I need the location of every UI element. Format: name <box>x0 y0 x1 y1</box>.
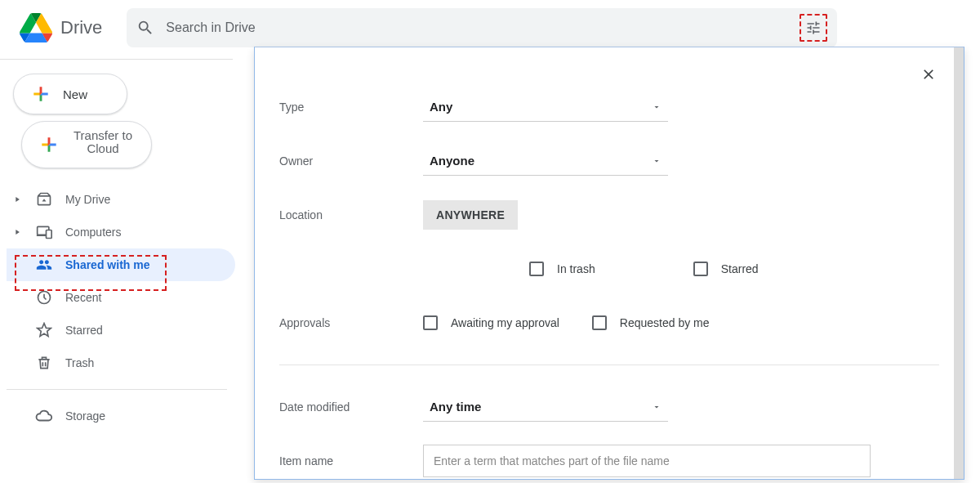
date-modified-select[interactable]: Any time <box>423 392 668 422</box>
drive-logo-icon <box>20 13 52 42</box>
checkbox-icon <box>592 315 607 330</box>
nav-starred[interactable]: Starred <box>7 314 235 347</box>
divider <box>279 364 939 365</box>
scrollbar[interactable] <box>954 47 964 479</box>
nav-label: Starred <box>65 324 103 337</box>
clock-icon <box>34 289 54 306</box>
computers-icon <box>34 224 54 240</box>
checkbox-requested-by-me[interactable]: Requested by me <box>592 315 710 330</box>
select-value: Any time <box>430 400 481 414</box>
new-button[interactable]: New <box>13 74 127 114</box>
filter-row-location-checks: In trash Starred <box>279 242 939 296</box>
nav-label: Shared with me <box>65 258 149 271</box>
my-drive-icon <box>34 191 54 208</box>
divider <box>7 389 227 390</box>
nav-label: Storage <box>65 409 105 423</box>
checkbox-label: Requested by me <box>620 316 710 329</box>
filter-row-approvals: Approvals Awaiting my approval Requested… <box>279 296 939 350</box>
nav-computers[interactable]: Computers <box>7 216 235 248</box>
checkbox-icon <box>693 262 708 276</box>
search-bar[interactable] <box>127 8 837 47</box>
checkbox-starred[interactable]: Starred <box>693 262 759 276</box>
close-icon <box>920 66 937 83</box>
shared-icon <box>34 257 54 273</box>
checkbox-label: Starred <box>721 262 759 275</box>
checkbox-icon <box>529 262 544 276</box>
checkbox-awaiting-approval[interactable]: Awaiting my approval <box>423 315 559 330</box>
filters: Type Any Owner Anyone Location ANYWHERE … <box>255 47 964 483</box>
filter-row-owner: Owner Anyone <box>279 134 939 188</box>
search-input[interactable] <box>164 20 790 36</box>
cloud-icon <box>34 407 54 425</box>
nav-recent[interactable]: Recent <box>7 281 235 314</box>
location-chip-anywhere[interactable]: ANYWHERE <box>423 200 518 230</box>
chevron-right-icon[interactable] <box>11 195 23 203</box>
search-icon[interactable] <box>136 19 154 37</box>
filter-row-date: Date modified Any time <box>279 380 939 434</box>
nav-label: Computers <box>65 226 121 239</box>
transfer-to-cloud-button[interactable]: Transfer to Cloud <box>21 121 152 168</box>
plus-icon <box>30 83 51 105</box>
item-name-input[interactable] <box>423 445 871 477</box>
sidebar: New Transfer to Cloud My Drive Computers… <box>7 74 235 432</box>
select-value: Any <box>430 100 452 114</box>
checkbox-in-trash[interactable]: In trash <box>529 262 595 276</box>
divider <box>0 59 233 60</box>
filter-label: Item name <box>279 454 423 467</box>
nav-label: Trash <box>65 356 94 369</box>
chevron-down-icon <box>652 102 662 112</box>
navigation: My Drive Computers Shared with me Recent… <box>7 183 235 432</box>
nav-storage[interactable]: Storage <box>7 400 235 432</box>
filter-row-item-name: Item name <box>279 434 939 483</box>
chevron-down-icon <box>652 156 662 166</box>
filter-label: Location <box>279 208 423 221</box>
trash-icon <box>34 355 54 371</box>
brand[interactable]: Drive <box>13 13 102 42</box>
nav-shared-with-me[interactable]: Shared with me <box>7 248 235 281</box>
nav-label: My Drive <box>65 193 110 206</box>
search-options-icon[interactable] <box>800 14 827 42</box>
brand-text: Drive <box>60 17 102 38</box>
svg-rect-2 <box>47 230 52 239</box>
checkbox-icon <box>423 315 438 330</box>
nav-label: Recent <box>65 291 101 304</box>
owner-select[interactable]: Anyone <box>423 146 668 176</box>
filter-label: Approvals <box>279 316 423 329</box>
nav-trash[interactable]: Trash <box>7 347 235 379</box>
chevron-down-icon <box>652 402 662 412</box>
new-button-label: New <box>63 87 87 101</box>
filter-row-location: Location ANYWHERE <box>279 188 939 242</box>
checkbox-label: In trash <box>557 262 595 275</box>
close-button[interactable] <box>916 62 941 87</box>
checkbox-label: Awaiting my approval <box>451 316 559 329</box>
star-icon <box>34 322 54 338</box>
chevron-right-icon[interactable] <box>11 228 23 236</box>
plus-icon <box>38 134 60 155</box>
nav-my-drive[interactable]: My Drive <box>7 183 235 216</box>
filter-label: Type <box>279 101 423 114</box>
type-select[interactable]: Any <box>423 92 668 122</box>
advanced-search-panel: Type Any Owner Anyone Location ANYWHERE … <box>254 47 964 480</box>
filter-row-type: Type Any <box>279 80 939 134</box>
filter-label: Owner <box>279 154 423 168</box>
filter-label: Date modified <box>279 400 423 414</box>
transfer-button-label: Transfer to Cloud <box>71 129 135 163</box>
select-value: Anyone <box>430 154 474 168</box>
